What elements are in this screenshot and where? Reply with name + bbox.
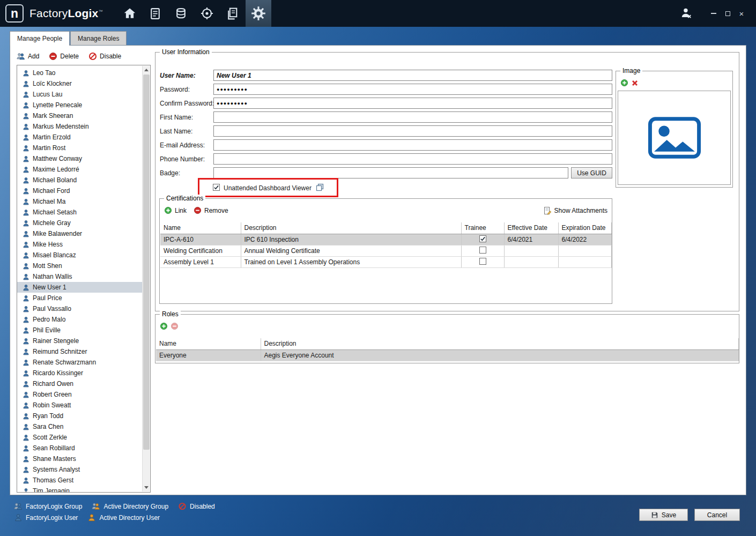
person-icon xyxy=(23,381,29,388)
list-item[interactable]: Lucus Lau xyxy=(17,89,142,100)
col-expiration-date[interactable]: Expiration Date xyxy=(558,222,612,234)
first-name-input[interactable] xyxy=(213,111,612,123)
list-item[interactable]: Systems Analyst xyxy=(17,464,142,475)
nav-navigate[interactable] xyxy=(194,0,220,27)
list-item[interactable]: Misael Blancaz xyxy=(17,250,142,260)
nav-data[interactable] xyxy=(168,0,194,27)
list-item[interactable]: Sara Chen xyxy=(17,421,142,432)
list-item[interactable]: Pedro Malo xyxy=(17,314,142,325)
password-input[interactable] xyxy=(213,84,612,95)
list-item[interactable]: Leo Tao xyxy=(17,68,142,78)
delete-person-button[interactable]: Delete xyxy=(49,52,79,61)
people-scrollbar[interactable] xyxy=(142,66,150,492)
list-item[interactable]: Mark Sheeran xyxy=(17,110,142,121)
scroll-down-arrow[interactable] xyxy=(143,483,150,492)
user-blue-icon xyxy=(14,513,23,522)
person-icon xyxy=(23,284,29,291)
col-effective-date[interactable]: Effective Date xyxy=(504,222,558,234)
logout-user-button[interactable] xyxy=(676,3,697,24)
scrollbar-thumb[interactable] xyxy=(143,75,150,450)
badge-input[interactable] xyxy=(213,167,568,178)
list-item[interactable]: Maxime Ledorré xyxy=(17,164,142,175)
link-certification-button[interactable]: Link xyxy=(164,206,187,214)
remove-image-icon[interactable] xyxy=(631,79,639,87)
trainee-checkbox[interactable] xyxy=(479,235,486,242)
list-item[interactable]: Michael Setash xyxy=(17,207,142,218)
list-item[interactable]: Loïc Klockner xyxy=(17,78,142,89)
list-item[interactable]: Robin Sweatt xyxy=(17,400,142,411)
list-item[interactable]: Michael Boland xyxy=(17,175,142,185)
remove-certification-button[interactable]: Remove xyxy=(194,206,228,214)
list-item[interactable]: Phil Eville xyxy=(17,325,142,336)
scroll-up-arrow[interactable] xyxy=(143,66,150,74)
list-item[interactable]: Michele Gray xyxy=(17,218,142,228)
list-item[interactable]: Ryan Todd xyxy=(17,411,142,421)
person-name: Renate Schwarzmann xyxy=(33,359,96,366)
certification-row[interactable]: Welding CertificationAnnual Welding Cert… xyxy=(160,245,612,256)
list-item[interactable]: Robert Green xyxy=(17,389,142,400)
show-attachments-button[interactable]: Show Attachments xyxy=(543,206,607,215)
list-item[interactable]: Ricardo Kissinger xyxy=(17,368,142,378)
certification-row[interactable]: Assembly Level 1Trained on Level 1 Assem… xyxy=(160,256,612,267)
username-input[interactable] xyxy=(213,70,612,81)
list-item[interactable]: Mike Hess xyxy=(17,239,142,250)
add-person-button[interactable]: Add xyxy=(17,52,39,61)
list-item[interactable]: Martin Rost xyxy=(17,143,142,153)
nav-settings[interactable] xyxy=(246,0,271,27)
list-item[interactable]: Richard Owen xyxy=(17,378,142,389)
tab-manage-roles[interactable]: Manage Roles xyxy=(70,31,127,45)
confirm-password-label: Confirm Password: xyxy=(160,100,214,107)
trainee-checkbox[interactable] xyxy=(479,247,486,254)
list-item[interactable]: Lynette Penecale xyxy=(17,100,142,110)
last-name-input[interactable] xyxy=(213,125,612,137)
phone-input[interactable] xyxy=(213,153,612,165)
list-item[interactable]: Matthew Conway xyxy=(17,153,142,164)
list-item[interactable]: Markus Medenstein xyxy=(17,121,142,132)
nav-forms[interactable] xyxy=(143,0,168,27)
col-name[interactable]: Name xyxy=(156,338,261,349)
add-image-icon[interactable] xyxy=(620,79,628,87)
image-placeholder-frame[interactable] xyxy=(618,91,731,185)
list-item[interactable]: Michael Ma xyxy=(17,196,142,207)
email-input[interactable] xyxy=(213,139,612,151)
list-item[interactable]: Nathan Wallis xyxy=(17,271,142,282)
list-item[interactable]: Reimund Schnitzer xyxy=(17,346,142,357)
list-item[interactable]: Michael Ford xyxy=(17,185,142,196)
nav-home[interactable] xyxy=(117,0,143,27)
list-item[interactable]: Sean Robillard xyxy=(17,443,142,453)
list-item[interactable]: Shane Masters xyxy=(17,453,142,464)
list-item[interactable]: Renate Schwarzmann xyxy=(17,357,142,368)
tab-manage-people[interactable]: Manage People xyxy=(10,31,70,46)
save-button[interactable]: Save xyxy=(639,509,688,521)
list-item[interactable]: Martin Erzold xyxy=(17,132,142,143)
maximize-button[interactable] xyxy=(721,6,735,20)
list-item[interactable]: Thomas Gerst xyxy=(17,475,142,486)
disable-person-button[interactable]: Disable xyxy=(88,52,121,61)
list-item[interactable]: Paul Vassallo xyxy=(17,303,142,314)
remove-role-icon[interactable] xyxy=(171,322,179,330)
list-item[interactable]: Scott Zerkle xyxy=(17,432,142,443)
confirm-password-input[interactable] xyxy=(213,98,612,109)
col-description[interactable]: Description xyxy=(241,222,461,234)
delete-red-circle-icon xyxy=(49,52,57,61)
col-trainee[interactable]: Trainee xyxy=(461,222,504,234)
list-item[interactable]: Rainer Stengele xyxy=(17,336,142,346)
list-item[interactable]: Mike Balawender xyxy=(17,228,142,239)
last-name-label: Last Name: xyxy=(160,128,192,135)
list-item[interactable]: Tim Jernagin xyxy=(17,486,142,492)
use-guid-button[interactable]: Use GUID xyxy=(571,167,612,178)
minimize-button[interactable] xyxy=(707,6,721,20)
list-item[interactable]: New User 1 xyxy=(17,282,142,293)
role-row[interactable]: EveryoneAegis Everyone Account xyxy=(156,349,739,361)
close-button[interactable]: × xyxy=(735,6,748,20)
nav-documents[interactable] xyxy=(220,0,246,27)
cancel-button[interactable]: Cancel xyxy=(694,509,740,521)
add-role-icon[interactable] xyxy=(160,322,168,330)
col-name[interactable]: Name xyxy=(160,222,241,234)
list-item[interactable]: Paul Price xyxy=(17,293,142,303)
trainee-checkbox[interactable] xyxy=(479,258,486,265)
unattended-dashboard-checkbox[interactable] xyxy=(213,184,220,191)
certification-row[interactable]: IPC-A-610IPC 610 Inspection6/4/20216/4/2… xyxy=(160,234,612,245)
list-item[interactable]: Mott Shen xyxy=(17,260,142,271)
col-description[interactable]: Description xyxy=(261,338,739,349)
